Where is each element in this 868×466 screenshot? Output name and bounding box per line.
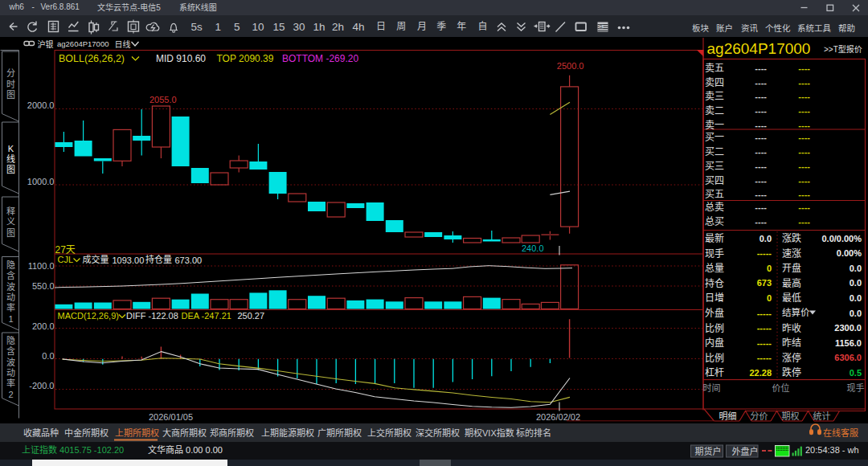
svg-text:G: G	[599, 24, 602, 29]
